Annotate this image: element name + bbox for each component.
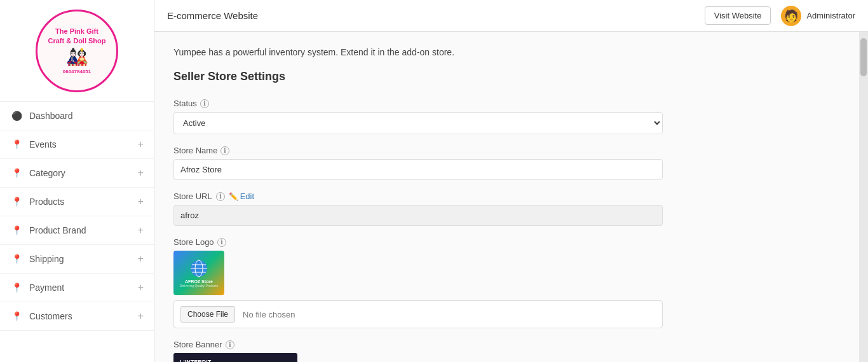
shipping-icon: 📍 xyxy=(10,253,23,265)
admin-area[interactable]: 🧑 Administrator xyxy=(781,6,855,26)
sidebar-item-customers[interactable]: 📍 Customers + xyxy=(0,302,154,331)
sidebar-item-label: Events xyxy=(29,139,138,150)
sidebar-item-products[interactable]: 📍 Products + xyxy=(0,188,154,216)
events-icon: 📍 xyxy=(10,138,23,151)
sidebar-item-payment[interactable]: 📍 Payment + xyxy=(0,274,154,302)
store-url-edit-link[interactable]: ✏️ Edit xyxy=(229,191,254,201)
products-plus-icon[interactable]: + xyxy=(138,196,144,207)
products-icon: 📍 xyxy=(10,195,23,208)
choose-file-button[interactable]: Choose File xyxy=(180,306,235,323)
sidebar-item-product-brand[interactable]: 📍 Product Brand + xyxy=(0,216,154,245)
main-area: E-commerce Website Visit Website 🧑 Admin… xyxy=(154,0,868,362)
store-banner-label: Store Banner ℹ xyxy=(173,340,840,349)
logo-doll-icon: 🎎 xyxy=(48,46,105,67)
section-title: Seller Store Settings xyxy=(173,70,840,83)
store-url-input[interactable] xyxy=(173,205,663,226)
payment-plus-icon[interactable]: + xyxy=(138,282,144,293)
admin-label: Administrator xyxy=(806,11,855,20)
sidebar-item-category[interactable]: 📍 Category + xyxy=(0,159,154,188)
content-inner: Yumpee has a powerful inventory system. … xyxy=(173,47,840,347)
logo-top-text: The Pink GiftCraft & Doll Shop xyxy=(48,27,105,45)
sidebar-item-label: Customers xyxy=(29,311,138,321)
store-name-info-icon[interactable]: ℹ xyxy=(220,146,229,155)
store-banner-row: Store Banner ℹ L'INTERDIT le parfum 👩 xyxy=(173,340,840,362)
sidebar-item-label: Category xyxy=(29,168,138,178)
sidebar-nav: ⚫ Dashboard 📍 Events + 📍 Category + 📍 Pr… xyxy=(0,102,154,362)
topbar-title: E-commerce Website xyxy=(167,10,258,21)
sidebar-item-events[interactable]: 📍 Events + xyxy=(0,130,154,159)
store-banner-preview: L'INTERDIT le parfum 👩 xyxy=(173,353,297,362)
category-plus-icon[interactable]: + xyxy=(138,167,144,179)
store-url-info-icon[interactable]: ℹ xyxy=(216,192,225,201)
store-logo-label: Store Logo ℹ xyxy=(173,237,840,247)
category-icon: 📍 xyxy=(10,167,23,179)
status-info-icon[interactable]: ℹ xyxy=(200,99,209,108)
store-banner-info-icon[interactable]: ℹ xyxy=(226,340,234,349)
file-name-text: No file chosen xyxy=(243,310,295,319)
edit-icon: ✏️ xyxy=(229,192,238,201)
topbar-right: Visit Website 🧑 Administrator xyxy=(705,6,855,26)
store-url-row: Store URL ℹ ✏️ Edit xyxy=(173,191,840,226)
scrollbar-thumb[interactable] xyxy=(860,38,867,76)
payment-icon: 📍 xyxy=(10,281,23,294)
admin-avatar: 🧑 xyxy=(781,6,801,26)
status-row: Status ℹ Active Inactive xyxy=(173,99,840,134)
globe-svg xyxy=(189,259,208,278)
store-logo-info-icon[interactable]: ℹ xyxy=(217,238,226,247)
events-plus-icon[interactable]: + xyxy=(138,139,144,150)
logo-phone: 0604784051 xyxy=(48,69,105,74)
store-url-label-row: Store URL ℹ ✏️ Edit xyxy=(173,191,840,201)
store-name-input[interactable] xyxy=(173,159,663,180)
sidebar-item-label: Dashboard xyxy=(29,111,144,121)
store-name-row: Store Name ℹ xyxy=(173,146,840,180)
intro-text: Yumpee has a powerful inventory system. … xyxy=(173,47,840,57)
sidebar-item-label: Shipping xyxy=(29,254,138,264)
form-area: Status ℹ Active Inactive Store Name xyxy=(173,99,840,362)
store-logo-preview: AFROZ Store Delivering Quality Products xyxy=(173,251,224,295)
shipping-plus-icon[interactable]: + xyxy=(138,253,144,265)
store-name-label: Store Name ℹ xyxy=(173,146,840,155)
status-select[interactable]: Active Inactive xyxy=(173,112,663,134)
scrollbar-track[interactable] xyxy=(859,32,868,362)
product-brand-icon: 📍 xyxy=(10,224,23,237)
logo-circle: The Pink GiftCraft & Doll Shop 🎎 0604784… xyxy=(36,10,118,92)
logo-store-text: AFROZ Store xyxy=(185,279,213,284)
dashboard-icon: ⚫ xyxy=(10,109,23,122)
visit-website-button[interactable]: Visit Website xyxy=(705,6,771,25)
sidebar: The Pink GiftCraft & Doll Shop 🎎 0604784… xyxy=(0,0,154,362)
sidebar-logo: The Pink GiftCraft & Doll Shop 🎎 0604784… xyxy=(0,0,154,102)
topbar: E-commerce Website Visit Website 🧑 Admin… xyxy=(154,0,868,32)
store-logo-row: Store Logo ℹ xyxy=(173,237,840,328)
sidebar-item-shipping[interactable]: 📍 Shipping + xyxy=(0,245,154,274)
logo-subtext: Delivering Quality Products xyxy=(180,284,218,288)
customers-plus-icon[interactable]: + xyxy=(138,310,144,322)
file-chooser-row: Choose File No file chosen xyxy=(173,300,663,328)
product-brand-plus-icon[interactable]: + xyxy=(138,225,144,236)
sidebar-item-label: Product Brand xyxy=(29,225,138,235)
customers-icon: 📍 xyxy=(10,310,23,323)
banner-text: L'INTERDIT le parfum xyxy=(180,358,211,362)
sidebar-item-label: Payment xyxy=(29,282,138,293)
status-label: Status ℹ xyxy=(173,99,840,108)
sidebar-item-label: Products xyxy=(29,197,138,207)
content-area: Yumpee has a powerful inventory system. … xyxy=(154,32,859,362)
sidebar-item-dashboard[interactable]: ⚫ Dashboard xyxy=(0,102,154,130)
